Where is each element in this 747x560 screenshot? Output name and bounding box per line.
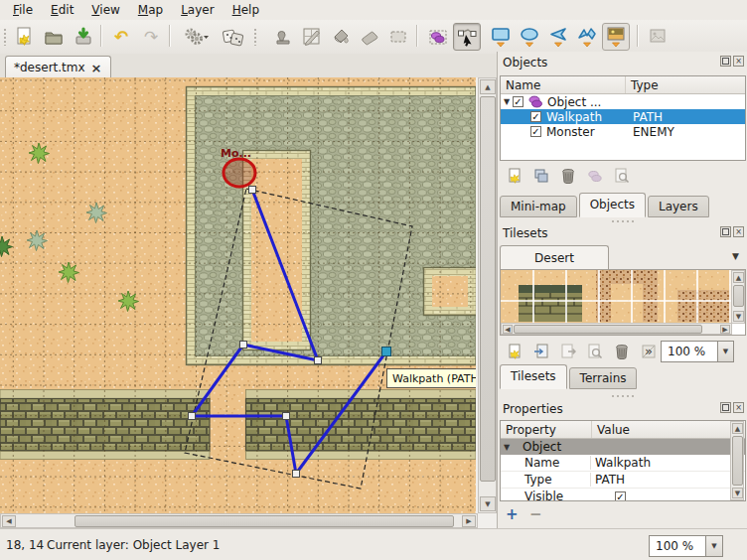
commands-button[interactable]: [179, 23, 215, 51]
property-row-name[interactable]: Name Walkpath: [501, 455, 745, 472]
tileset-hscrollbar[interactable]: ◀ ▶: [501, 323, 732, 335]
visibility-checkbox[interactable]: ✓: [513, 96, 523, 107]
property-row-type[interactable]: Type PATH: [501, 472, 745, 489]
tileset-image[interactable]: [501, 270, 732, 324]
vscroll-thumb[interactable]: [480, 96, 496, 482]
tab-desert-tmx[interactable]: *desert.tmx ×: [5, 56, 111, 78]
menu-help[interactable]: Help: [224, 1, 268, 19]
path-handle[interactable]: [249, 187, 256, 194]
visible-value-checkbox[interactable]: ✓: [615, 491, 626, 502]
map-canvas[interactable]: Mo... Walkpath (PATH): [0, 77, 478, 513]
tileset-zoom-combo[interactable]: 100 %: [661, 341, 718, 362]
monster-row[interactable]: ✓ Monster ENEMY: [501, 124, 745, 139]
tileset-well-tile[interactable]: [519, 285, 582, 322]
edit-polygons-button[interactable]: [453, 23, 481, 51]
canvas-vscrollbar[interactable]: ▲ ▼: [478, 77, 497, 513]
object-layer-row[interactable]: ▼ ✓ Object ...: [501, 94, 745, 109]
scroll-down-arrow[interactable]: ▼: [733, 311, 744, 322]
column-name[interactable]: Name: [501, 76, 626, 93]
close-panel-icon[interactable]: ×: [733, 56, 744, 67]
float-panel-icon[interactable]: [720, 402, 731, 413]
menu-layer[interactable]: Layer: [172, 1, 223, 19]
save-button[interactable]: [70, 23, 97, 51]
image-layer-button[interactable]: [644, 23, 672, 51]
remove-object-button[interactable]: [556, 164, 580, 188]
insert-tile-button[interactable]: [602, 23, 630, 51]
duplicate-object-button[interactable]: [529, 164, 553, 188]
visibility-checkbox[interactable]: ✓: [530, 111, 541, 122]
open-file-button[interactable]: [40, 23, 68, 51]
scroll-down-arrow[interactable]: ▼: [732, 488, 743, 498]
insert-ellipse-button[interactable]: [516, 23, 543, 51]
path-handle[interactable]: [283, 413, 290, 420]
close-panel-icon[interactable]: ×: [733, 226, 744, 237]
float-panel-icon[interactable]: [720, 226, 731, 237]
insert-polygon-button[interactable]: [544, 23, 572, 51]
tab-layers[interactable]: Layers: [648, 196, 709, 217]
menu-map[interactable]: Map: [129, 1, 172, 19]
vscroll-thumb[interactable]: [733, 285, 744, 307]
scroll-up-arrow[interactable]: ▲: [732, 423, 743, 434]
tileset-rock-tile[interactable]: [643, 282, 658, 322]
path-handle[interactable]: [293, 471, 300, 478]
vscroll-thumb[interactable]: [732, 436, 743, 486]
menu-edit[interactable]: Edit: [42, 1, 82, 19]
tab-minimap[interactable]: Mini-map: [500, 196, 577, 217]
new-tileset-button[interactable]: [503, 340, 526, 363]
tileset-dropdown-icon[interactable]: ▼: [732, 251, 739, 261]
column-value[interactable]: Value: [592, 421, 745, 438]
remove-tileset-button[interactable]: [610, 340, 634, 363]
tileset-rock-tile[interactable]: [677, 290, 732, 322]
monster-object[interactable]: [224, 159, 255, 187]
toolbar-overflow-icon[interactable]: »: [645, 344, 653, 358]
tab-close-icon[interactable]: ×: [91, 62, 102, 74]
hscroll-thumb[interactable]: [514, 325, 702, 334]
new-file-button[interactable]: [10, 23, 38, 51]
visibility-checkbox[interactable]: ✓: [530, 126, 541, 137]
path-handle[interactable]: [189, 413, 196, 420]
property-row-visible[interactable]: Visible ✓: [501, 489, 745, 501]
import-tileset-button[interactable]: [529, 340, 553, 363]
menu-view[interactable]: View: [82, 1, 128, 19]
expand-arrow-icon[interactable]: ▼: [501, 97, 513, 106]
scroll-left-arrow[interactable]: ◀: [2, 515, 16, 527]
scroll-up-arrow[interactable]: ▲: [480, 79, 496, 94]
menu-file[interactable]: File: [4, 1, 42, 19]
stamp-brush-button[interactable]: [269, 23, 297, 51]
redo-button[interactable]: ↷: [137, 23, 165, 51]
scroll-right-arrow[interactable]: ▶: [720, 325, 730, 334]
path-handle-selected[interactable]: [382, 348, 391, 356]
map-zoom-dropdown[interactable]: ▼: [705, 535, 723, 557]
scroll-down-arrow[interactable]: ▼: [480, 496, 496, 511]
dock-splitter[interactable]: [498, 393, 747, 399]
new-object-button[interactable]: [503, 164, 526, 188]
toolbar-grip[interactable]: [3, 28, 7, 46]
scroll-left-arrow[interactable]: ◀: [503, 325, 513, 334]
column-property[interactable]: Property: [501, 421, 592, 438]
tileset-properties-button[interactable]: [583, 340, 607, 363]
random-mode-button[interactable]: [218, 23, 249, 51]
remove-property-button[interactable]: −: [529, 505, 542, 523]
properties-vscrollbar[interactable]: ▲ ▼: [730, 421, 744, 500]
select-objects-button[interactable]: [424, 23, 452, 51]
toolbar-grip[interactable]: [253, 28, 257, 46]
property-group-row[interactable]: ▼ Object: [501, 439, 745, 455]
tileset-rock-tile[interactable]: [596, 270, 658, 284]
float-panel-icon[interactable]: [720, 56, 731, 67]
tab-tilesets[interactable]: Tilesets: [500, 364, 567, 389]
rect-select-button[interactable]: [384, 23, 412, 51]
column-type[interactable]: Type: [626, 76, 745, 93]
insert-rectangle-button[interactable]: [487, 23, 515, 51]
scroll-right-arrow[interactable]: ▶: [462, 515, 476, 527]
export-tileset-button[interactable]: [556, 340, 580, 363]
bucket-fill-button[interactable]: [327, 23, 355, 51]
tileset-vscrollbar[interactable]: ▲ ▼: [731, 270, 745, 324]
dock-splitter[interactable]: [498, 218, 747, 224]
tileset-tab-desert[interactable]: Desert: [500, 245, 609, 269]
object-properties-button[interactable]: [610, 164, 634, 188]
tab-terrains[interactable]: Terrains: [569, 367, 638, 389]
hscroll-thumb[interactable]: [75, 515, 454, 527]
path-handle[interactable]: [315, 357, 322, 364]
tab-objects[interactable]: Objects: [579, 193, 646, 217]
move-objects-button[interactable]: [583, 164, 607, 188]
